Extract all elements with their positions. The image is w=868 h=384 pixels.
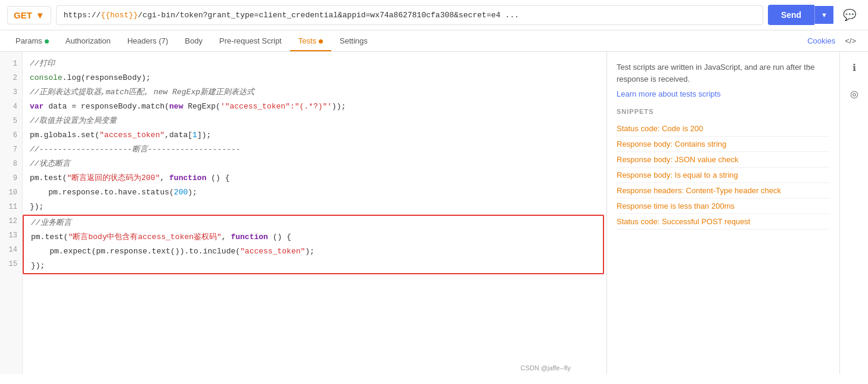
main-content: 1 2 3 4 5 6 7 8 9 10 11 12 13 14 15 //打印… (0, 52, 868, 374)
code-line-14: pm.expect(pm.response.text()).to.include… (24, 244, 603, 259)
tab-headers[interactable]: Headers (7) (119, 30, 177, 51)
code-line-7: //--------------------断言----------------… (23, 143, 606, 157)
snippet-status-200[interactable]: Status code: Code is 200 (617, 121, 830, 137)
url-input[interactable]: https://{{host}}/cgi-bin/token?grant_typ… (56, 5, 763, 25)
params-dot (45, 39, 49, 44)
tabs-bar: Params Authorization Headers (7) Body Pr… (0, 30, 868, 52)
snippet-body-contains[interactable]: Response body: Contains string (617, 137, 830, 152)
snippet-body-equal[interactable]: Response body: Is equal to a string (617, 168, 830, 183)
method-selector[interactable]: GET ▼ (7, 6, 51, 24)
code-line-5: //取值并设置为全局变量 (23, 114, 606, 128)
snippet-response-time[interactable]: Response time is less than 200ms (617, 199, 830, 214)
tab-settings[interactable]: Settings (331, 30, 376, 51)
code-line-10: pm.response.to.have.status(200); (23, 185, 606, 200)
tab-authorization[interactable]: Authorization (57, 30, 119, 51)
comment-icon[interactable]: 💬 (838, 5, 861, 25)
line-numbers: 1 2 3 4 5 6 7 8 9 10 11 12 13 14 15 (0, 52, 23, 374)
snippet-json-check[interactable]: Response body: JSON value check (617, 152, 830, 168)
code-line-2: console.log(responseBody); (23, 71, 606, 85)
url-host-token: {{host}} (101, 11, 138, 20)
watermark: CSDN @jaffe--fly (521, 364, 571, 371)
snippet-content-type[interactable]: Response headers: Content-Type header ch… (617, 183, 830, 199)
right-panel: › Test scripts are written in JavaScript… (607, 52, 839, 374)
code-editor[interactable]: 1 2 3 4 5 6 7 8 9 10 11 12 13 14 15 //打印… (0, 52, 607, 374)
code-line-15: }); (24, 259, 603, 273)
code-line-12: //业务断言 (24, 216, 603, 230)
tab-tests[interactable]: Tests (290, 30, 331, 51)
method-label: GET (14, 10, 32, 20)
code-line-11: }); (23, 200, 606, 214)
url-bar: GET ▼ https://{{host}}/cgi-bin/token?gra… (0, 0, 868, 30)
icon-rail: ℹ ◎ (839, 52, 868, 374)
code-line-4: var data = responseBody.match(new RegExp… (23, 100, 606, 114)
cookies-link[interactable]: Cookies (802, 30, 840, 51)
red-box-block: //业务断言 pm.test("断言body中包含有access_token鉴权… (23, 215, 604, 274)
code-line-1: //打印 (23, 57, 606, 71)
tab-params[interactable]: Params (7, 30, 57, 51)
snippets-label: SNIPPETS (617, 108, 830, 115)
code-line-9: pm.test("断言返回的状态码为200", function () { (23, 171, 606, 185)
code-content[interactable]: //打印 console.log(responseBody); //正则表达式提… (23, 52, 606, 374)
learn-more-link[interactable]: Learn more about tests scripts (617, 89, 721, 98)
code-tag-icon[interactable]: </> (840, 30, 861, 51)
send-button-group: Send ▼ (768, 5, 833, 25)
code-line-8: //状态断言 (23, 157, 606, 171)
send-button[interactable]: Send (768, 5, 814, 25)
method-chevron-icon: ▼ (36, 10, 45, 20)
code-line-6: pm.globals.set("access_token",data[1]); (23, 128, 606, 143)
location-icon[interactable]: ◎ (844, 83, 865, 104)
code-line-13: pm.test("断言body中包含有access_token鉴权码", fun… (24, 230, 603, 244)
expand-icon[interactable]: › (807, 61, 811, 74)
tab-body[interactable]: Body (176, 30, 211, 51)
tab-pre-request[interactable]: Pre-request Script (211, 30, 290, 51)
tests-dot (319, 39, 323, 44)
code-line-3: //正则表达式提取器,match匹配, new RegExp新建正则表达式 (23, 85, 606, 100)
panel-description: Test scripts are written in JavaScript, … (617, 61, 830, 85)
info-icon[interactable]: ℹ (844, 57, 865, 78)
send-dropdown-button[interactable]: ▼ (814, 6, 833, 24)
snippet-post-request[interactable]: Status code: Successful POST request (617, 214, 830, 230)
